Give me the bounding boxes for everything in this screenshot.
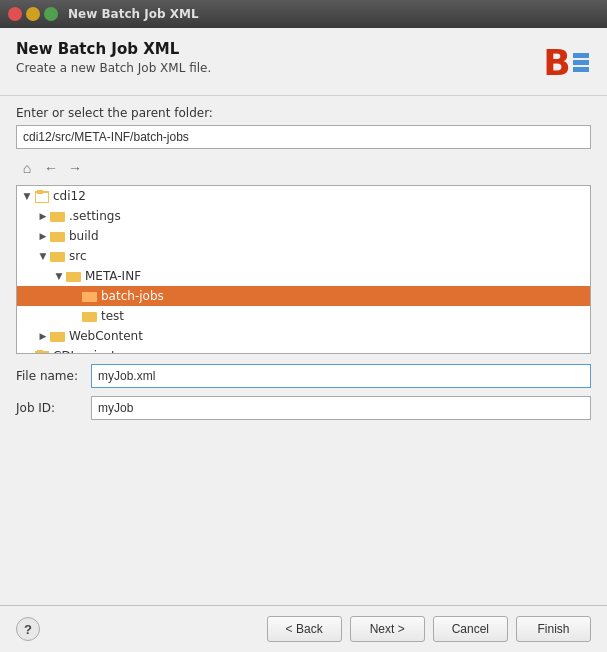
tree-item-cdiproject[interactable]: ▶ CDIproject	[17, 346, 590, 354]
tree-item-meta-inf[interactable]: ▼ META-INF	[17, 266, 590, 286]
folder-icon-meta-inf	[66, 270, 82, 282]
tree-item-settings[interactable]: ▶ .settings	[17, 206, 590, 226]
tree-label-batch-jobs: batch-jobs	[101, 289, 164, 303]
toggle-cdi12: ▼	[21, 190, 33, 202]
tree-label-cdi12: cdi12	[53, 189, 86, 203]
toggle-batch-jobs	[69, 290, 81, 302]
svg-rect-3	[37, 350, 43, 354]
file-name-label: File name:	[16, 369, 91, 383]
tree-item-build[interactable]: ▶ build	[17, 226, 590, 246]
tree-label-build: build	[69, 229, 99, 243]
next-button[interactable]: Next >	[350, 616, 425, 642]
folder-tree[interactable]: ▼ cdi12 ▶ .settings ▶ build	[16, 185, 591, 354]
folder-input[interactable]	[16, 125, 591, 149]
tree-item-cdi12[interactable]: ▼ cdi12	[17, 186, 590, 206]
back-button[interactable]: < Back	[267, 616, 342, 642]
home-button[interactable]: ⌂	[16, 157, 38, 179]
toggle-test	[69, 310, 81, 322]
folder-toolbar: ⌂ ← →	[16, 155, 591, 181]
toggle-src: ▼	[37, 250, 49, 262]
b-letter-icon: B	[543, 45, 570, 81]
svg-rect-1	[37, 190, 43, 194]
tree-label-meta-inf: META-INF	[85, 269, 141, 283]
home-icon: ⌂	[23, 160, 31, 176]
forward-nav-button[interactable]: →	[64, 157, 86, 179]
tree-label-settings: .settings	[69, 209, 121, 223]
close-button[interactable]	[8, 7, 22, 21]
tree-label-webcontent: WebContent	[69, 329, 143, 343]
tree-item-webcontent[interactable]: ▶ WebContent	[17, 326, 590, 346]
job-id-row: Job ID:	[16, 396, 591, 420]
dialog-title: New Batch Job XML	[16, 40, 211, 58]
tree-item-batch-jobs[interactable]: batch-jobs	[17, 286, 590, 306]
folder-icon-build	[50, 230, 66, 242]
folder-icon-batch-jobs	[82, 290, 98, 302]
dialog-subtitle: Create a new Batch Job XML file.	[16, 61, 211, 75]
button-bar: ? < Back Next > Cancel Finish	[0, 605, 607, 652]
tree-label-src: src	[69, 249, 87, 263]
folder-icon-test	[82, 310, 98, 322]
project-icon-cdi12	[34, 189, 50, 203]
tree-item-test[interactable]: test	[17, 306, 590, 326]
tree-label-cdiproject: CDIproject	[53, 349, 116, 354]
stack-bar-top	[573, 53, 589, 58]
navigation-buttons: < Back Next > Cancel Finish	[267, 616, 591, 642]
window-title: New Batch Job XML	[68, 7, 199, 21]
stack-icon	[573, 53, 589, 72]
tree-label-test: test	[101, 309, 124, 323]
tree-item-src[interactable]: ▼ src	[17, 246, 590, 266]
spacer	[16, 428, 591, 595]
cancel-button[interactable]: Cancel	[433, 616, 508, 642]
toggle-cdiproject: ▶	[21, 350, 33, 354]
folder-icon-src	[50, 250, 66, 262]
back-nav-button[interactable]: ←	[40, 157, 62, 179]
finish-button[interactable]: Finish	[516, 616, 591, 642]
stack-bar-bot	[573, 67, 589, 72]
stack-bar-mid	[573, 60, 589, 65]
minimize-button[interactable]	[26, 7, 40, 21]
toggle-webcontent: ▶	[37, 330, 49, 342]
toggle-build: ▶	[37, 230, 49, 242]
maximize-button[interactable]	[44, 7, 58, 21]
file-name-row: File name:	[16, 364, 591, 388]
job-id-label: Job ID:	[16, 401, 91, 415]
title-bar: New Batch Job XML	[0, 0, 607, 28]
toggle-meta-inf: ▼	[53, 270, 65, 282]
form-section: Enter or select the parent folder: ⌂ ← →…	[0, 96, 607, 605]
dialog-content: New Batch Job XML Create a new Batch Job…	[0, 28, 607, 652]
window-controls[interactable]	[8, 7, 58, 21]
file-name-input[interactable]	[91, 364, 591, 388]
folder-icon-settings	[50, 210, 66, 222]
toggle-settings: ▶	[37, 210, 49, 222]
forward-icon: →	[68, 160, 82, 176]
job-id-input[interactable]	[91, 396, 591, 420]
batch-job-icon: B	[543, 45, 588, 81]
header-text: New Batch Job XML Create a new Batch Job…	[16, 40, 211, 75]
back-icon: ←	[44, 160, 58, 176]
folder-icon-webcontent	[50, 330, 66, 342]
header-section: New Batch Job XML Create a new Batch Job…	[0, 28, 607, 96]
project-icon-cdiproject	[34, 349, 50, 354]
folder-label: Enter or select the parent folder:	[16, 106, 591, 120]
help-button[interactable]: ?	[16, 617, 40, 641]
header-icon: B	[541, 40, 591, 85]
